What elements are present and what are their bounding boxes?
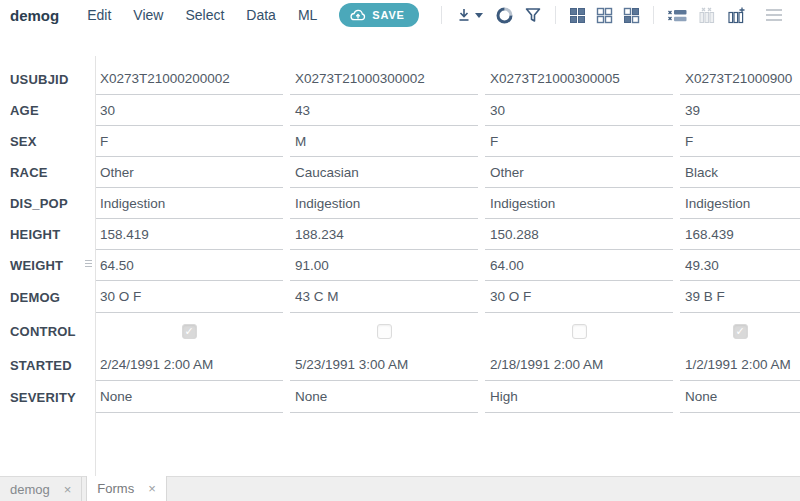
cell-race-1[interactable]: Caucasian (290, 157, 478, 188)
cell-height-3[interactable]: 168.439 (680, 219, 800, 250)
cell-age-1[interactable]: 43 (290, 95, 478, 126)
cell-control-3 (680, 313, 800, 349)
field-label-height: HEIGHT (0, 219, 95, 250)
menu-view[interactable]: View (133, 7, 163, 23)
filter-button[interactable] (519, 4, 547, 26)
cell-race-3[interactable]: Black (680, 157, 800, 188)
cell-weight-1[interactable]: 91.00 (290, 250, 478, 281)
toolbar-divider (653, 6, 654, 24)
cell-weight-3[interactable]: 49.30 (680, 250, 800, 281)
tab-demog[interactable]: demog × (0, 477, 82, 501)
cell-sex-3[interactable]: F (680, 126, 800, 157)
grid-filled-icon (569, 7, 586, 24)
field-label-demog: DEMOG (0, 281, 95, 313)
field-label-race: RACE (0, 157, 95, 188)
page-title: demog (10, 7, 59, 24)
control-checkbox[interactable] (377, 324, 392, 339)
cell-severity-2[interactable]: High (485, 381, 673, 413)
cell-race-0[interactable]: Other (95, 157, 283, 188)
control-checkbox[interactable] (733, 324, 748, 339)
download-icon (455, 6, 473, 24)
cell-demog-1[interactable]: 43 C M (290, 281, 478, 313)
cell-age-2[interactable]: 30 (485, 95, 673, 126)
cell-started-2[interactable]: 2/18/1991 2:00 AM (485, 349, 673, 381)
splitter-grip[interactable] (85, 260, 93, 267)
remove-columns-icon (698, 7, 717, 24)
bottom-tab-bar: demog × Forms × (0, 476, 800, 501)
cell-severity-0[interactable]: None (95, 381, 283, 413)
close-icon[interactable]: × (148, 481, 156, 496)
cell-usubjid-3[interactable]: X0273T21000900 (680, 63, 800, 95)
control-checkbox[interactable] (572, 324, 587, 339)
layout-grid-outline-button[interactable] (591, 5, 618, 26)
cell-dis-pop-1[interactable]: Indigestion (290, 188, 478, 219)
cloud-upload-icon (350, 9, 366, 21)
cell-sex-0[interactable]: F (95, 126, 283, 157)
toolbar-divider (441, 6, 442, 24)
form-table: USUBJID X0273T21000200002 X0273T21000300… (0, 30, 800, 476)
cell-demog-3[interactable]: 39 B F (680, 281, 800, 313)
refresh-button[interactable] (490, 4, 519, 27)
field-label-dis-pop: DIS_POP (0, 188, 95, 219)
cell-dis-pop-2[interactable]: Indigestion (485, 188, 673, 219)
refresh-icon (495, 6, 514, 25)
cell-height-0[interactable]: 158.419 (95, 219, 283, 250)
cell-age-3[interactable]: 39 (680, 95, 800, 126)
panel-divider (95, 56, 96, 476)
hamburger-icon (766, 9, 782, 11)
cell-severity-3[interactable]: None (680, 381, 800, 413)
filter-icon (524, 6, 542, 24)
cell-height-1[interactable]: 188.234 (290, 219, 478, 250)
cell-severity-1[interactable]: None (290, 381, 478, 413)
menu-edit[interactable]: Edit (87, 7, 111, 23)
cell-dis-pop-0[interactable]: Indigestion (95, 188, 283, 219)
save-button[interactable]: SAVE (339, 3, 418, 27)
cell-dis-pop-3[interactable]: Indigestion (680, 188, 800, 219)
menu-select[interactable]: Select (185, 7, 224, 23)
menu-data[interactable]: Data (246, 7, 276, 23)
layout-grid-mixed-button[interactable] (618, 5, 645, 26)
grid-outline-icon (596, 7, 613, 24)
chevron-down-icon (475, 13, 483, 18)
field-label-severity: SEVERITY (0, 381, 95, 413)
field-label-usubjid: USUBJID (0, 63, 95, 95)
cell-started-0[interactable]: 2/24/1991 2:00 AM (95, 349, 283, 381)
transposed-grid: USUBJID X0273T21000200002 X0273T21000300… (0, 63, 800, 413)
menu-ml[interactable]: ML (298, 7, 317, 23)
remove-columns-button[interactable] (693, 5, 722, 26)
remove-rows-icon (667, 7, 688, 24)
cell-started-3[interactable]: 1/2/1991 2:00 AM (680, 349, 800, 381)
cell-control-1 (290, 313, 478, 349)
layout-grid-filled-button[interactable] (564, 5, 591, 26)
cell-sex-1[interactable]: M (290, 126, 478, 157)
cell-weight-2[interactable]: 64.00 (485, 250, 673, 281)
cell-usubjid-1[interactable]: X0273T21000300002 (290, 63, 478, 95)
cell-usubjid-0[interactable]: X0273T21000200002 (95, 63, 283, 95)
cell-demog-0[interactable]: 30 O F (95, 281, 283, 313)
grid-mixed-icon (623, 7, 640, 24)
field-label-started: STARTED (0, 349, 95, 381)
cell-weight-0[interactable]: 64.50 (95, 250, 283, 281)
cell-race-2[interactable]: Other (485, 157, 673, 188)
download-button[interactable] (450, 4, 490, 26)
control-checkbox[interactable] (182, 324, 197, 339)
add-column-button[interactable] (722, 5, 751, 26)
cell-control-0 (95, 313, 283, 349)
cell-control-2 (485, 313, 673, 349)
overflow-menu-button[interactable] (762, 5, 786, 25)
cell-demog-2[interactable]: 30 O F (485, 281, 673, 313)
tab-forms-label: Forms (97, 481, 134, 496)
close-icon[interactable]: × (64, 482, 72, 497)
cell-started-1[interactable]: 5/23/1991 3:00 AM (290, 349, 478, 381)
field-label-control: CONTROL (0, 313, 95, 349)
remove-rows-button[interactable] (662, 5, 693, 26)
tab-forms[interactable]: Forms × (86, 476, 166, 501)
cell-age-0[interactable]: 30 (95, 95, 283, 126)
tab-demog-label: demog (10, 482, 50, 497)
cell-usubjid-2[interactable]: X0273T21000300005 (485, 63, 673, 95)
field-label-weight: WEIGHT (0, 250, 95, 281)
save-button-label: SAVE (372, 9, 404, 21)
cell-sex-2[interactable]: F (485, 126, 673, 157)
field-label-age: AGE (0, 95, 95, 126)
cell-height-2[interactable]: 150.288 (485, 219, 673, 250)
